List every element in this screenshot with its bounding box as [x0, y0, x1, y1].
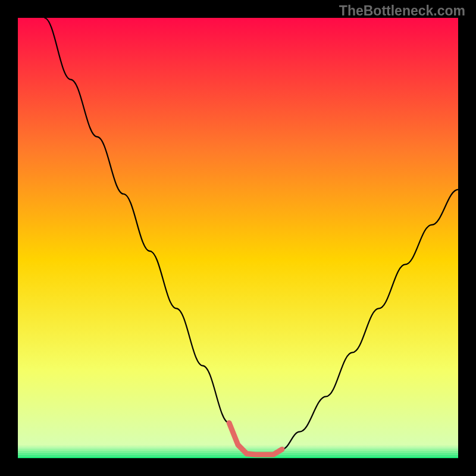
chart-container: TheBottleneck.com [0, 0, 476, 476]
watermark-text: TheBottleneck.com [339, 3, 465, 19]
red-marker [229, 423, 282, 455]
bottleneck-curve [44, 18, 458, 456]
chart-overlay [18, 18, 458, 458]
plot-area [18, 18, 458, 458]
